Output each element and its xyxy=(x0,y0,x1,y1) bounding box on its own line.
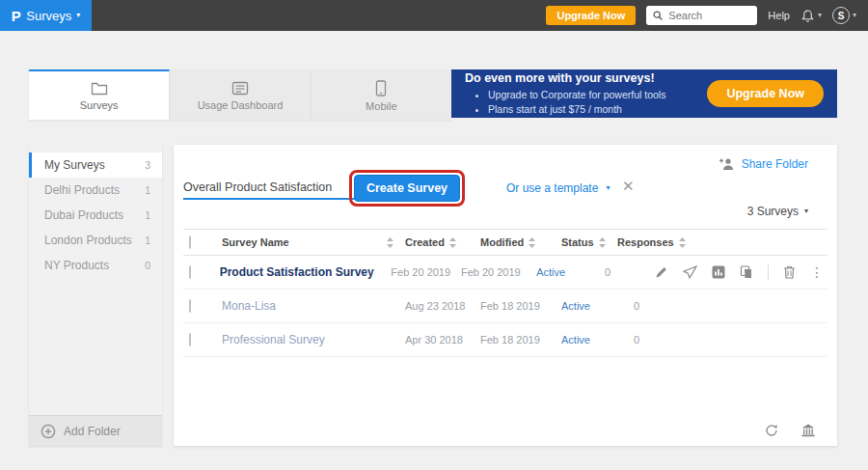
search-icon xyxy=(652,10,664,21)
folder-name: Dubai Products xyxy=(44,208,123,222)
sort-icon[interactable] xyxy=(449,237,456,248)
chevron-down-icon: ▾ xyxy=(76,12,80,19)
avatar: S xyxy=(832,7,850,24)
row-checkbox[interactable] xyxy=(189,299,191,313)
responses-count: 0 xyxy=(588,266,627,278)
folders-sidebar: My Surveys 3 Delhi Products 1 Dubai Prod… xyxy=(29,147,162,446)
row-checkbox[interactable] xyxy=(189,333,191,346)
create-survey-row: Create Survey Or use a template ▾ ✕ xyxy=(183,172,827,210)
folder-count: 3 xyxy=(145,159,150,171)
help-link[interactable]: Help xyxy=(768,10,790,21)
modified-date: Feb 18 2019 xyxy=(480,300,540,312)
chevron-down-icon: ▾ xyxy=(606,184,610,192)
column-header-survey-name: Survey Name xyxy=(222,236,289,248)
person-add-icon xyxy=(719,157,735,171)
share-folder-label: Share Folder xyxy=(742,157,808,171)
close-icon[interactable]: ✕ xyxy=(622,178,635,195)
select-all-checkbox[interactable] xyxy=(189,235,191,249)
sidebar-item-delhi-products[interactable]: Delhi Products 1 xyxy=(29,178,162,203)
section-tabs: Surveys Usage Dashboard Mobile xyxy=(29,69,451,120)
plus-circle-icon xyxy=(41,424,56,439)
use-template-link[interactable]: Or use a template ▾ xyxy=(506,181,610,195)
chevron-down-icon: ▾ xyxy=(853,12,856,19)
bell-icon xyxy=(800,9,815,23)
sidebar-item-london-products[interactable]: London Products 1 xyxy=(29,228,162,253)
add-folder-label: Add Folder xyxy=(64,425,121,438)
restore-icon[interactable] xyxy=(764,424,779,437)
tab-label: Surveys xyxy=(80,99,119,111)
mobile-icon xyxy=(375,80,387,97)
edit-icon[interactable] xyxy=(655,265,668,279)
folder-count: 1 xyxy=(145,184,150,196)
account-menu-button[interactable]: S ▾ xyxy=(832,7,856,24)
create-survey-button[interactable]: Create Survey xyxy=(354,175,460,202)
folder-name: My Surveys xyxy=(44,158,105,172)
use-template-label: Or use a template xyxy=(506,181,598,195)
sort-icon[interactable] xyxy=(387,237,393,248)
status-badge: Active xyxy=(561,334,590,346)
banner-title: Do even more with your surveys! xyxy=(465,71,665,85)
proprofs-logo: P xyxy=(12,8,22,24)
annotation-highlight-ring: Create Survey xyxy=(349,170,465,207)
top-bar: P Surveys ▾ Upgrade Now Help ▾ S ▾ xyxy=(0,0,868,31)
modified-date: Feb 18 2019 xyxy=(480,334,540,346)
folder-name: Delhi Products xyxy=(44,183,120,197)
sidebar-item-dubai-products[interactable]: Dubai Products 1 xyxy=(29,203,162,228)
chevron-down-icon: ▾ xyxy=(804,207,808,215)
folder-count: 1 xyxy=(145,235,150,246)
created-date: Apr 30 2018 xyxy=(405,334,463,346)
share-folder-button[interactable]: Share Folder xyxy=(719,157,808,171)
folder-count: 1 xyxy=(145,209,150,221)
banner-text: Do even more with your surveys! Upgrade … xyxy=(465,71,665,115)
folder-name: London Products xyxy=(44,234,132,247)
banner-bullet: Plans start at just $75 / month xyxy=(488,102,665,116)
reports-icon[interactable] xyxy=(712,265,725,279)
table-header-row: Survey Name Created Modified Status Resp… xyxy=(183,229,827,256)
column-header-created: Created xyxy=(405,236,445,248)
created-date: Feb 20 2019 xyxy=(391,266,450,278)
column-header-status: Status xyxy=(561,236,594,248)
more-options-icon[interactable]: ⋮ xyxy=(810,265,824,279)
survey-name-link[interactable]: Product Satisfaction Survey xyxy=(220,265,374,279)
panel-footer-icons xyxy=(764,423,816,437)
notifications-button[interactable]: ▾ xyxy=(800,9,822,23)
dashboard-icon xyxy=(231,81,249,96)
row-checkbox[interactable] xyxy=(189,265,191,279)
sort-icon[interactable] xyxy=(529,237,535,248)
app-root: P Surveys ▾ Upgrade Now Help ▾ S ▾ xyxy=(0,0,868,470)
survey-name-link[interactable]: Professional Survey xyxy=(222,333,325,346)
divider xyxy=(768,264,769,280)
upgrade-now-button[interactable]: Upgrade Now xyxy=(546,6,636,25)
folder-count: 0 xyxy=(145,260,150,271)
upgrade-promo-banner: Do even more with your surveys! Upgrade … xyxy=(451,69,837,118)
column-header-modified: Modified xyxy=(480,236,524,248)
brand-product-switcher[interactable]: P Surveys ▾ xyxy=(0,0,92,31)
banner-upgrade-button[interactable]: Upgrade Now xyxy=(707,80,824,107)
status-badge: Active xyxy=(561,300,590,312)
add-folder-button[interactable]: Add Folder xyxy=(29,415,162,446)
product-name: Surveys xyxy=(26,9,71,23)
folder-name: NY Products xyxy=(44,259,109,272)
sidebar-item-ny-products[interactable]: NY Products 0 xyxy=(29,253,162,278)
sort-icon[interactable] xyxy=(679,237,686,248)
tab-surveys[interactable]: Surveys xyxy=(29,69,170,120)
search-input[interactable] xyxy=(668,10,751,21)
archive-icon[interactable] xyxy=(800,423,816,437)
table-row: Mona-Lisa Aug 23 2018 Feb 18 2019 Active… xyxy=(183,290,827,323)
tab-mobile[interactable]: Mobile xyxy=(312,69,451,120)
search-box xyxy=(646,6,757,25)
delete-icon[interactable] xyxy=(783,265,796,279)
survey-name-link[interactable]: Mona-Lisa xyxy=(222,299,276,313)
row-actions: ⋮ xyxy=(655,264,827,280)
sort-icon[interactable] xyxy=(599,237,606,248)
copy-icon[interactable] xyxy=(740,265,753,279)
surveys-table: Survey Name Created Modified Status Resp… xyxy=(183,229,827,357)
surveys-count-label: 3 Surveys xyxy=(747,205,799,218)
column-header-responses: Responses xyxy=(617,236,674,248)
surveys-count-dropdown[interactable]: 3 Surveys ▾ xyxy=(747,205,808,218)
responses-count: 0 xyxy=(617,300,656,312)
sidebar-item-my-surveys[interactable]: My Surveys 3 xyxy=(29,152,162,178)
send-icon[interactable] xyxy=(683,265,697,279)
tab-usage-dashboard[interactable]: Usage Dashboard xyxy=(170,69,311,120)
banner-bullet: Upgrade to Corporate for powerful tools xyxy=(488,88,665,101)
